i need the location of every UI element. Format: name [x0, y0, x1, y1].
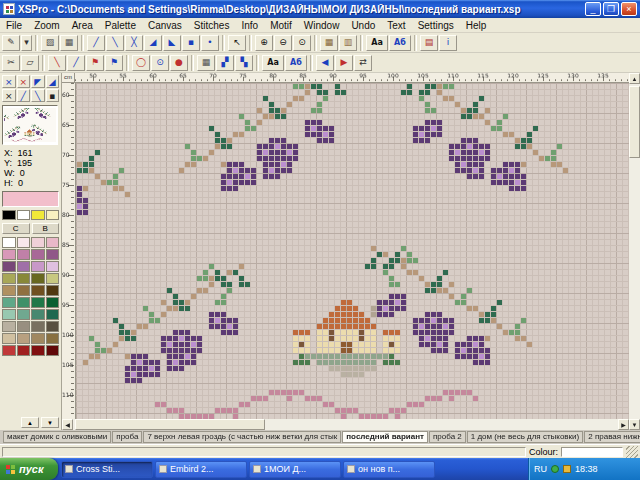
palette-swatch-2-0[interactable]	[2, 261, 16, 272]
palette-swatch-5-3[interactable]	[46, 297, 60, 308]
palette-swatch-1-3[interactable]	[46, 249, 60, 260]
stitch-cross-black[interactable]: ×	[2, 89, 16, 102]
palette-swatch-2-3[interactable]	[46, 261, 60, 272]
vscroll-thumb[interactable]	[629, 86, 640, 158]
flag-red-tool[interactable]: ⚑	[86, 55, 104, 71]
stitch-triangle-left[interactable]: ◤	[31, 75, 45, 88]
palette-swatch-2-1[interactable]	[17, 261, 31, 272]
minimize-button[interactable]: _	[585, 2, 601, 16]
french-knot[interactable]: •	[201, 35, 219, 51]
stitch-dot[interactable]: ▪	[46, 89, 60, 102]
stitch-half-back[interactable]: ╲	[31, 89, 45, 102]
stitch-cross-blue[interactable]: ×	[2, 75, 16, 88]
palette-header-b[interactable]: B	[32, 223, 60, 234]
palette-swatch-3-1[interactable]	[17, 273, 31, 284]
menu-item-12[interactable]: Help	[460, 20, 493, 31]
palette-swatch-6-0[interactable]	[2, 309, 16, 320]
palette-swatch-3-3[interactable]	[46, 273, 60, 284]
menu-item-11[interactable]: Settings	[412, 20, 460, 31]
grid-toggle[interactable]: ▦	[320, 35, 338, 51]
palette-swatch-4-1[interactable]	[17, 285, 31, 296]
tab-5[interactable]: 1 дом (не весь для стыковки)	[467, 431, 584, 443]
menu-item-0[interactable]: File	[0, 20, 28, 31]
taskbar-task-1[interactable]: Embird 2...	[155, 461, 247, 478]
three-quarter-stitch[interactable]: ◣	[163, 35, 181, 51]
palette-swatch-6-1[interactable]	[17, 309, 31, 320]
motif-library-tool[interactable]: ▦	[197, 55, 215, 71]
motif-mirror-tool[interactable]: ▞	[216, 55, 234, 71]
diagonal-red-tool[interactable]: ╲	[48, 55, 66, 71]
menu-item-1[interactable]: Zoom	[28, 20, 66, 31]
zoom-area[interactable]: ⊙	[293, 35, 311, 51]
info-tool[interactable]: i	[439, 35, 457, 51]
palette-scroll-down-button[interactable]: ▼	[41, 417, 59, 428]
quick-swatch-1[interactable]	[17, 210, 31, 220]
fill-tool[interactable]: ▨	[41, 35, 59, 51]
motif-rotate-tool[interactable]: ▚	[235, 55, 253, 71]
full-cross-stitch[interactable]: ╳	[125, 35, 143, 51]
nav-forward[interactable]: ▶	[335, 55, 353, 71]
palette-swatch-8-2[interactable]	[31, 333, 45, 344]
palette-tool[interactable]: ▤	[420, 35, 438, 51]
vertical-scrollbar[interactable]: ▲ ▼	[629, 73, 640, 430]
scroll-right-button[interactable]: ▶	[618, 419, 629, 430]
pencil-tool[interactable]: ✎	[2, 35, 20, 51]
palette-swatch-1-2[interactable]	[31, 249, 45, 260]
quick-swatch-2[interactable]	[31, 210, 45, 220]
quick-swatch-0[interactable]	[2, 210, 16, 220]
quarter-stitch[interactable]: ◢	[144, 35, 162, 51]
palette-swatch-6-3[interactable]	[46, 309, 60, 320]
taskbar-task-3[interactable]: он нов п...	[343, 461, 435, 478]
palette-header-c[interactable]: C	[2, 223, 30, 234]
half-stitch-back[interactable]: ╲	[106, 35, 124, 51]
palette-swatch-9-1[interactable]	[17, 345, 31, 356]
start-button[interactable]: пуск	[0, 458, 58, 480]
menu-item-7[interactable]: Motif	[264, 20, 298, 31]
color-dot-tool[interactable]: ●	[170, 55, 188, 71]
palette-swatch-4-2[interactable]	[31, 285, 45, 296]
palette-swatch-9-0[interactable]	[2, 345, 16, 356]
menu-item-8[interactable]: Window	[298, 20, 346, 31]
copy-motif-tool[interactable]: ▱	[21, 55, 39, 71]
stitch-half-forward[interactable]: ╱	[17, 89, 31, 102]
text-latin[interactable]: Aa	[366, 35, 388, 51]
palette-swatch-5-2[interactable]	[31, 297, 45, 308]
guides-toggle[interactable]: ▥	[339, 35, 357, 51]
tray-icon-antivirus[interactable]	[551, 465, 559, 473]
scroll-up-button[interactable]: ▲	[629, 73, 640, 84]
stitch-canvas[interactable]	[76, 83, 630, 419]
palette-swatch-8-3[interactable]	[46, 333, 60, 344]
palette-swatch-7-3[interactable]	[46, 321, 60, 332]
palette-swatch-7-2[interactable]	[31, 321, 45, 332]
swap-colors[interactable]: ⇄	[354, 55, 372, 71]
tab-3[interactable]: последний вариант	[342, 431, 428, 443]
hscroll-track[interactable]	[73, 419, 618, 430]
scroll-down-button[interactable]: ▼	[629, 419, 640, 430]
nav-back[interactable]: ◀	[316, 55, 334, 71]
palette-swatch-2-2[interactable]	[31, 261, 45, 272]
text-cyrillic[interactable]: Аб	[389, 35, 411, 51]
tab-4[interactable]: проба 2	[429, 431, 466, 443]
tab-0[interactable]: макет домик с оливковыми	[3, 431, 111, 443]
menu-item-5[interactable]: Stitches	[188, 20, 236, 31]
menu-item-10[interactable]: Text	[381, 20, 411, 31]
palette-scroll-up-button[interactable]: ▲	[21, 417, 39, 428]
tab-6[interactable]: 2 правая нижн гр	[584, 431, 640, 443]
font-latin[interactable]: Aa	[262, 55, 284, 71]
current-color-swatch[interactable]	[2, 191, 59, 207]
pencil-mode-dropdown[interactable]: ▾	[21, 35, 32, 51]
palette-swatch-0-2[interactable]	[31, 237, 45, 248]
taskbar-task-0[interactable]: Cross Sti...	[61, 461, 153, 478]
language-indicator[interactable]: RU	[534, 464, 547, 474]
tray-icon-update[interactable]	[563, 465, 571, 473]
resize-grip[interactable]	[626, 446, 638, 458]
palette-swatch-7-1[interactable]	[17, 321, 31, 332]
menu-item-4[interactable]: Canvas	[142, 20, 188, 31]
palette-swatch-1-0[interactable]	[2, 249, 16, 260]
stitch-triangle-right[interactable]: ◢	[46, 75, 60, 88]
palette-swatch-0-1[interactable]	[17, 237, 31, 248]
diagonal-blue-tool[interactable]: ╱	[67, 55, 85, 71]
palette-swatch-9-2[interactable]	[31, 345, 45, 356]
circle-dot-tool[interactable]: ⊙	[151, 55, 169, 71]
hscroll-thumb[interactable]	[75, 419, 265, 430]
